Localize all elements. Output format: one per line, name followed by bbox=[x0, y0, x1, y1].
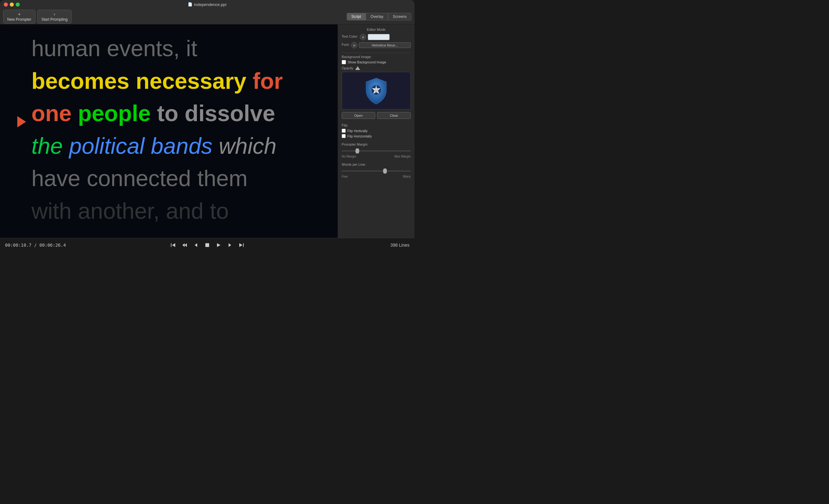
transport-controls bbox=[140, 241, 275, 249]
prompter-line4-w1: the bbox=[31, 133, 63, 158]
rewind-button[interactable] bbox=[180, 241, 189, 249]
editor-mode-label: Editor Mode bbox=[341, 28, 411, 31]
prompter-line-5: have connected them bbox=[31, 164, 319, 193]
right-panel: Editor Mode Text Color: ⊘ Font: ⊘ Helvet… bbox=[337, 25, 414, 238]
show-bg-image-checkbox[interactable] bbox=[341, 60, 346, 64]
flip-vertically-checkbox[interactable] bbox=[341, 129, 346, 133]
svg-marker-9 bbox=[228, 243, 231, 247]
prompter-line-3: one people to dissolve bbox=[31, 99, 319, 128]
plus-icon: + bbox=[18, 12, 21, 16]
bg-image-section: Background Image: Show Background Image … bbox=[341, 55, 411, 119]
prompter-line3-w3: to bbox=[157, 101, 178, 126]
bg-image-btn-row: Open Clear bbox=[341, 112, 411, 119]
font-circle-btn[interactable]: ⊘ bbox=[351, 42, 357, 48]
svg-marker-8 bbox=[217, 243, 220, 247]
prompter-line4-w3: bands bbox=[151, 133, 212, 158]
text-color-circle-btn[interactable]: ⊘ bbox=[360, 34, 366, 40]
toolbar: + New Prompter › Start Prompting Script … bbox=[0, 9, 414, 25]
maximize-button[interactable] bbox=[16, 2, 20, 7]
font-select-btn[interactable]: Helvetica Neue... bbox=[359, 42, 411, 48]
start-prompting-button[interactable]: › Start Prompting bbox=[37, 10, 72, 24]
bg-image-preview bbox=[341, 72, 411, 110]
prompter-line-4: the political bands which bbox=[31, 131, 319, 161]
opacity-label: Opacity bbox=[341, 66, 353, 70]
prompter-margin-section: Prompter Margin: No Margin Max Margin bbox=[341, 143, 411, 158]
tab-screens[interactable]: Screens bbox=[388, 13, 411, 21]
prompter-line3-w2: people bbox=[78, 101, 151, 126]
prompter-line-2: becomes necessary for bbox=[31, 67, 319, 96]
margin-slider-container bbox=[341, 148, 411, 154]
prompter-line2-w4: for bbox=[253, 68, 283, 93]
words-slider-thumb[interactable] bbox=[383, 168, 387, 173]
words-slider-labels: Few Many bbox=[341, 175, 411, 178]
total-time: 00:06:26.4 bbox=[40, 242, 66, 247]
file-icon: 📄 bbox=[188, 2, 192, 7]
new-prompter-label: New Prompter bbox=[7, 17, 31, 22]
skip-to-start-button[interactable] bbox=[169, 241, 178, 249]
flip-vertically-label: Flip Vertically bbox=[347, 129, 368, 133]
text-color-row: Text Color: ⊘ bbox=[341, 34, 411, 40]
flip-horizontally-label: Flip Horizontally bbox=[347, 134, 372, 138]
text-color-section: Text Color: ⊘ Font: ⊘ Helvetica Neue... bbox=[341, 34, 411, 48]
font-label: Font: bbox=[341, 43, 350, 46]
prompter-line-1: human events, it bbox=[31, 34, 319, 64]
prompter-line4-w2: political bbox=[69, 133, 144, 158]
many-label: Many bbox=[403, 175, 411, 178]
skip-to-end-button[interactable] bbox=[237, 241, 246, 249]
play-button[interactable] bbox=[214, 241, 223, 249]
margin-slider-labels: No Margin Max Margin bbox=[341, 155, 411, 158]
open-btn[interactable]: Open bbox=[341, 112, 375, 119]
step-back-button[interactable] bbox=[191, 241, 200, 249]
svg-marker-5 bbox=[185, 243, 187, 247]
flip-section: Flip: Flip Vertically Flip Horizontally bbox=[341, 123, 411, 138]
font-row: Font: ⊘ Helvetica Neue... bbox=[341, 42, 411, 48]
text-color-label: Text Color: bbox=[341, 35, 358, 38]
new-prompter-button[interactable]: + New Prompter bbox=[3, 10, 35, 24]
close-button[interactable] bbox=[4, 2, 8, 7]
bottom-bar: 00:00:10.7 / 00:06:26.4 398 Lines bbox=[0, 238, 414, 252]
step-forward-button[interactable] bbox=[225, 241, 234, 249]
margin-slider-thumb[interactable] bbox=[356, 148, 359, 153]
shield-icon bbox=[364, 77, 389, 105]
window-title: 📄 independence.ppr bbox=[188, 2, 227, 7]
no-margin-label: No Margin bbox=[341, 155, 356, 158]
tab-group: Script Overlay Screens bbox=[347, 13, 411, 21]
main-area: human events, it becomes necessary for o… bbox=[0, 25, 414, 238]
svg-rect-7 bbox=[205, 243, 209, 247]
titlebar: 📄 independence.ppr bbox=[0, 0, 414, 9]
words-per-line-section: Words per Line: Few Many bbox=[341, 162, 411, 178]
prompter-display: human events, it becomes necessary for o… bbox=[0, 25, 337, 238]
svg-marker-12 bbox=[239, 243, 243, 247]
lines-count: 398 Lines bbox=[275, 242, 409, 247]
tab-overlay[interactable]: Overlay bbox=[366, 13, 388, 21]
bg-image-label: Background Image: bbox=[341, 55, 411, 59]
max-margin-label: Max Margin bbox=[394, 155, 411, 158]
svg-marker-3 bbox=[172, 243, 175, 247]
tab-script[interactable]: Script bbox=[347, 13, 366, 21]
clear-btn[interactable]: Clear bbox=[377, 112, 411, 119]
words-slider-track bbox=[341, 171, 411, 171]
opacity-triangle-icon bbox=[355, 66, 360, 70]
svg-rect-2 bbox=[171, 243, 172, 247]
start-prompting-label: Start Prompting bbox=[41, 17, 68, 22]
prompter-text: human events, it becomes necessary for o… bbox=[31, 34, 319, 226]
arrow-icon: › bbox=[54, 12, 55, 16]
margin-slider-track bbox=[341, 151, 411, 151]
svg-marker-6 bbox=[195, 243, 197, 247]
text-color-swatch[interactable] bbox=[368, 34, 390, 40]
flip-horizontally-checkbox[interactable] bbox=[341, 134, 346, 138]
window-title-text: independence.ppr bbox=[194, 2, 227, 7]
stop-button[interactable] bbox=[203, 241, 212, 249]
flip-horizontally-row: Flip Horizontally bbox=[341, 134, 411, 138]
play-indicator bbox=[17, 116, 26, 127]
time-display: 00:00:10.7 / 00:06:26.4 bbox=[5, 242, 140, 247]
show-bg-image-row: Show Background Image bbox=[341, 60, 411, 64]
minimize-button[interactable] bbox=[10, 2, 14, 7]
prompter-line3-w4: dissolve bbox=[185, 101, 275, 126]
flip-vertically-row: Flip Vertically bbox=[341, 129, 411, 133]
prompter-line3-w1: one bbox=[31, 101, 72, 126]
opacity-row: Opacity bbox=[341, 66, 411, 70]
prompter-line2-w2: necessary bbox=[136, 68, 246, 93]
divider-1 bbox=[341, 53, 411, 53]
prompter-line-6: with another, and to bbox=[31, 196, 319, 226]
